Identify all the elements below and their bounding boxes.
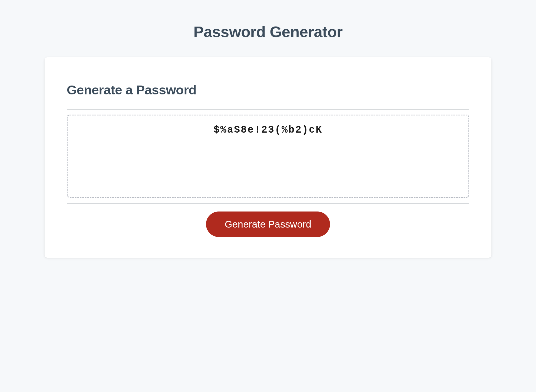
- divider-top: [67, 109, 469, 110]
- page-title: Password Generator: [0, 0, 536, 57]
- card-heading: Generate a Password: [67, 82, 469, 97]
- password-value: $%aS8e!23(%b2)cK: [213, 124, 323, 136]
- password-display-box: $%aS8e!23(%b2)cK: [67, 115, 469, 198]
- divider-bottom: [67, 203, 469, 204]
- button-row: Generate Password: [67, 212, 469, 237]
- generator-card: Generate a Password $%aS8e!23(%b2)cK Gen…: [45, 57, 491, 258]
- generate-password-button[interactable]: Generate Password: [206, 212, 330, 237]
